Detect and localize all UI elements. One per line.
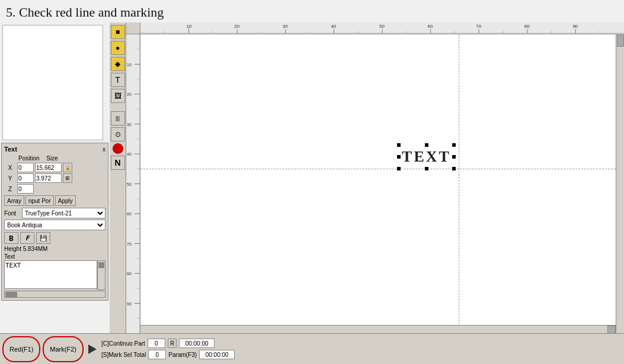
continuo-label: [C]Continuo Part: [101, 340, 145, 347]
svg-text:50: 50: [379, 24, 385, 29]
vscrollbar-thumb[interactable]: [617, 35, 624, 47]
svg-text:80: 80: [524, 24, 530, 29]
svg-text:20: 20: [127, 92, 132, 97]
text-object-container[interactable]: TEXT: [402, 148, 451, 166]
time2-input[interactable]: [199, 350, 235, 359]
z-position-input[interactable]: [17, 184, 34, 194]
z-label: Z: [4, 186, 16, 192]
y-size-input[interactable]: [35, 173, 62, 183]
tool-rectangle[interactable]: ■: [111, 25, 125, 39]
handle-bm: [425, 167, 428, 170]
canvas-vscrollbar[interactable]: [616, 34, 624, 333]
canvas-text-element[interactable]: TEXT: [402, 148, 451, 165]
tool-n[interactable]: N: [111, 156, 125, 170]
h-ruler: 10 20 30 40 50 60 70: [140, 22, 624, 34]
svg-text:40: 40: [331, 24, 337, 29]
svg-text:10: 10: [187, 24, 193, 29]
input-port-button[interactable]: nput Por: [25, 195, 54, 206]
text-panel-title: Text: [4, 146, 17, 153]
indicator-arrow: [88, 344, 97, 354]
red-button[interactable]: Red(F1): [2, 336, 40, 362]
svg-text:50: 50: [127, 182, 132, 187]
handle-bl: [397, 167, 401, 170]
param-label: Param(F3): [168, 352, 197, 358]
canvas-hscrollbar[interactable]: [140, 325, 616, 333]
svg-text:10: 10: [127, 63, 132, 67]
text-panel: Text x Position Size X 🔒: [1, 143, 108, 301]
tool-rotate[interactable]: ⊙: [111, 127, 125, 141]
handle-tl: [397, 143, 401, 147]
y-position-input[interactable]: [17, 173, 34, 183]
svg-text:90: 90: [572, 24, 578, 29]
svg-text:90: 90: [127, 302, 132, 307]
svg-text:70: 70: [127, 242, 132, 247]
handle-ml: [397, 155, 401, 159]
bottom-bar: Red(F1) Mark(F2) [C]Continuo Part R [S]M…: [0, 333, 624, 364]
x-position-input[interactable]: [17, 163, 34, 172]
svg-text:60: 60: [127, 212, 132, 217]
svg-text:20: 20: [234, 24, 240, 29]
dashed-vertical-line: [459, 34, 459, 333]
tool-image[interactable]: 🖼: [111, 89, 125, 103]
handle-mr: [452, 155, 456, 159]
array-button[interactable]: Array: [4, 195, 24, 206]
handle-tr: [452, 143, 456, 147]
tool-diamond[interactable]: ◆: [111, 57, 125, 71]
mark-sel-label: [S]Mark Sel Total: [101, 352, 146, 358]
save-button[interactable]: 💾: [36, 232, 50, 244]
svg-text:40: 40: [127, 152, 132, 157]
x-size-input[interactable]: [35, 163, 62, 172]
svg-text:30: 30: [283, 24, 289, 29]
tool-text[interactable]: T: [111, 73, 125, 87]
position-col-header: Position: [18, 155, 36, 162]
dashed-horizontal-line: [140, 169, 616, 169]
italic-button[interactable]: F: [20, 232, 34, 244]
height-display: Height 5.834MM: [4, 246, 105, 252]
r-button[interactable]: R: [168, 339, 177, 348]
font-name-select[interactable]: Book Antiqua: [4, 220, 105, 230]
time1-input[interactable]: [179, 339, 215, 348]
font-label: Font: [4, 210, 21, 217]
mark-sel-input[interactable]: [148, 350, 166, 359]
canvas-area: TEXT: [140, 34, 616, 333]
canvas-scrollbar-thumb[interactable]: [607, 326, 616, 333]
thumbnail-area: [2, 25, 103, 140]
text-panel-close-button[interactable]: x: [103, 146, 105, 153]
handle-br: [452, 167, 456, 170]
svg-text:70: 70: [476, 24, 482, 29]
lock-icon[interactable]: 🔒: [63, 163, 72, 172]
bold-button[interactable]: B: [4, 232, 18, 244]
svg-text:60: 60: [428, 24, 434, 29]
size-col-header: Size: [37, 155, 67, 162]
tool-circle[interactable]: ●: [111, 41, 125, 55]
y-label: Y: [4, 175, 16, 182]
x-label: X: [4, 165, 16, 171]
text-vscrollbar[interactable]: [97, 260, 105, 290]
ruler-corner: [126, 22, 140, 34]
v-ruler: 10 20 30 40 50 60 70: [126, 34, 140, 333]
handle-tm: [425, 143, 428, 147]
page-title: 5. Check red line and marking: [0, 0, 624, 22]
text-textarea[interactable]: TEXT: [4, 260, 97, 289]
tool-red[interactable]: [113, 143, 123, 154]
grid-icon[interactable]: ⊞: [63, 173, 72, 183]
mark-button[interactable]: Mark(F2): [43, 336, 84, 362]
svg-text:80: 80: [127, 272, 132, 276]
font-type-select[interactable]: TrueType Font-21: [22, 208, 105, 218]
continuo-input[interactable]: [148, 339, 165, 348]
toolbar: ■ ● ◆ T 🖼 ||| ⊙ N: [110, 22, 126, 333]
svg-text:30: 30: [127, 123, 132, 127]
text-label: Text: [4, 253, 105, 260]
apply-button[interactable]: Apply: [55, 195, 76, 206]
tool-hatch[interactable]: |||: [111, 111, 125, 125]
